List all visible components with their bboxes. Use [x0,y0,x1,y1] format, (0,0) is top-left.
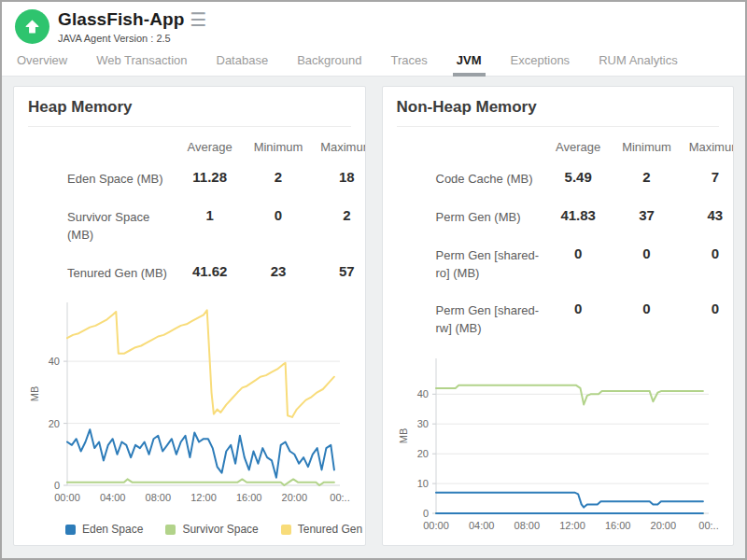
non-heap-memory-legend: Code CachePerm GenPerm Gen [shared-ro]Pe… [434,543,720,546]
table-row: Perm Gen [shared-ro] (MB)000 [397,236,735,292]
metric-average: 41.62 [176,254,244,292]
metric-maximum: 57 [313,254,366,292]
svg-text:10: 10 [416,478,428,489]
metric-maximum: 7 [681,160,734,198]
svg-text:MB: MB [29,386,40,402]
svg-text:12:00: 12:00 [559,520,585,531]
svg-text:08:00: 08:00 [514,520,540,531]
metric-minimum: 2 [244,160,312,198]
legend-item-survivor-space[interactable]: Survivor Space [165,523,258,536]
heap-memory-chart: 0204000:0004:0008:0012:0016:0020:0000:..… [28,295,352,511]
column-header: Minimum [613,133,681,160]
metric-label: Perm Gen [shared-ro] (MB) [397,236,544,292]
svg-text:20: 20 [416,448,428,459]
svg-text:20: 20 [49,418,60,429]
svg-text:MB: MB [398,428,409,444]
svg-text:0: 0 [422,508,428,519]
legend-row: Eden SpaceSurvivor SpaceTenured Gen [65,523,351,536]
legend-label: Tenured Gen [298,523,362,536]
svg-text:12:00: 12:00 [190,492,217,503]
metric-average: 5.49 [544,160,613,198]
app-title: GlassFish-App [58,9,184,30]
panel-title: Non-Heap Memory [397,98,720,127]
metric-minimum: 0 [613,236,681,292]
table-row: Code Cache (MB)5.4927 [397,160,735,198]
svg-text:00:..: 00:.. [330,492,349,503]
non-heap-memory-panel: Non-Heap Memory AverageMinimumMaximumCod… [382,86,735,546]
metric-maximum: 18 [313,160,366,198]
column-header: Maximum [313,133,366,160]
metric-maximum: 0 [681,291,734,347]
metric-minimum: 0 [613,291,681,347]
up-arrow-icon [24,19,40,35]
metric-minimum: 37 [613,198,681,236]
heap-memory-panel: Heap Memory AverageMinimumMaximumEden Sp… [13,86,366,546]
metric-average: 0 [544,291,613,347]
metric-label: Perm Gen [shared-rw] (MB) [397,291,544,347]
non-heap-memory-chart: 01020304000:0004:0008:0012:0016:0020:000… [397,351,721,539]
column-header: Average [544,133,613,160]
heap-memory-table: AverageMinimumMaximumEden Space (MB)11.2… [28,133,366,291]
metric-average: 41.83 [544,198,613,236]
svg-text:00:00: 00:00 [423,520,449,531]
svg-text:00:..: 00:.. [698,520,718,531]
svg-text:20:00: 20:00 [282,492,308,503]
tab-web-transaction[interactable]: Web Transaction [94,48,189,76]
legend-label: Survivor Space [182,523,258,536]
content-area: Heap Memory AverageMinimumMaximumEden Sp… [2,77,745,558]
svg-text:04:00: 04:00 [468,520,494,531]
svg-text:40: 40 [416,388,428,399]
svg-text:20:00: 20:00 [650,520,676,531]
metric-maximum: 43 [681,198,734,236]
heap-memory-chart-wrap: 0204000:0004:0008:0012:0016:0020:0000:..… [28,295,351,511]
app-header: GlassFish-App ☰ JAVA Agent Version : 2.5 [2,2,745,48]
svg-text:16:00: 16:00 [604,520,630,531]
metric-label: Tenured Gen (MB) [28,254,176,292]
table-row: Perm Gen (MB)41.833743 [397,198,735,236]
metric-maximum: 2 [313,198,366,254]
tab-rum-analytics[interactable]: RUM Analytics [597,48,680,76]
tab-jvm[interactable]: JVM [455,48,484,76]
metric-minimum: 0 [244,198,312,254]
heap-memory-legend: Eden SpaceSurvivor SpaceTenured Gen [65,515,351,536]
svg-text:40: 40 [49,356,60,367]
metric-label: Eden Space (MB) [28,160,176,198]
tab-database[interactable]: Database [215,48,271,76]
hamburger-menu-icon[interactable]: ☰ [190,13,206,26]
metric-average: 0 [544,236,613,292]
svg-text:16:00: 16:00 [236,492,262,503]
column-header: Minimum [244,133,312,160]
non-heap-memory-table: AverageMinimumMaximumCode Cache (MB)5.49… [397,133,735,347]
metric-label: Survivor Space (MB) [28,198,176,254]
tab-traces[interactable]: Traces [389,48,430,76]
column-header-empty [28,133,176,160]
legend-item-tenured-gen[interactable]: Tenured Gen [281,523,362,536]
metric-maximum: 0 [681,236,734,292]
legend-swatch [165,525,176,535]
panel-title: Heap Memory [28,98,351,127]
legend-swatch [65,525,76,535]
svg-text:00:00: 00:00 [54,492,80,503]
tab-exceptions[interactable]: Exceptions [509,48,572,76]
tab-bar: OverviewWeb TransactionDatabaseBackgroun… [2,48,745,77]
tab-background[interactable]: Background [295,48,363,76]
table-row: Eden Space (MB)11.28218 [28,160,366,198]
svg-text:30: 30 [416,418,428,429]
app-window: GlassFish-App ☰ JAVA Agent Version : 2.5… [0,0,747,560]
agent-version-label: JAVA Agent Version : 2.5 [58,33,206,44]
svg-text:0: 0 [54,480,60,491]
metric-minimum: 2 [613,160,681,198]
legend-item-eden-space[interactable]: Eden Space [65,523,143,536]
legend-swatch [281,525,291,535]
svg-text:08:00: 08:00 [146,492,172,503]
tab-overview[interactable]: Overview [15,48,69,76]
metric-minimum: 23 [244,254,312,292]
metric-label: Code Cache (MB) [397,160,544,198]
legend-label: Eden Space [82,523,143,536]
table-row: Survivor Space (MB)102 [28,198,366,254]
metric-average: 1 [176,198,244,254]
column-header: Average [176,133,244,160]
table-row: Tenured Gen (MB)41.622357 [28,254,366,292]
svg-text:04:00: 04:00 [100,492,126,503]
metric-label: Perm Gen (MB) [397,198,544,236]
